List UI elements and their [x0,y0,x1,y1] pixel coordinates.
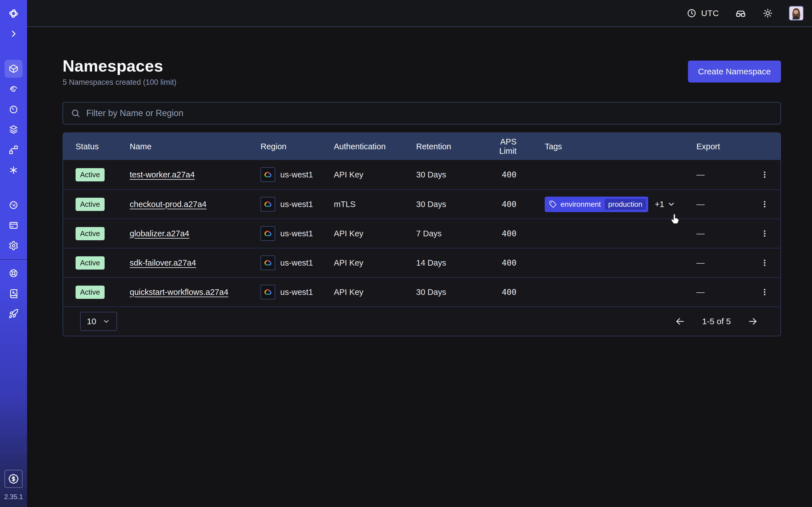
rocket-icon [8,309,18,319]
export-value: — [696,170,754,179]
timer-icon [8,104,18,114]
col-aps-limit: APS Limit [481,137,516,156]
temporal-logo-icon[interactable] [4,4,22,22]
sidebar-item-nexus[interactable] [4,161,22,179]
sidebar-item-docs[interactable] [4,284,22,302]
tag-icon [549,201,557,208]
page-size-select[interactable]: 10 [80,312,117,331]
main-content: Namespaces 5 Namespaces created (100 lim… [27,27,812,507]
row-menu-button[interactable] [758,227,771,240]
sidebar-item-history[interactable] [4,100,22,118]
namespace-link[interactable]: checkout-prod.a27a4 [130,200,206,209]
aps-limit-value: 400 [481,258,516,268]
kebab-menu-icon [760,288,769,297]
tags-more-count: +1 [655,200,664,209]
namespace-link[interactable]: globalizer.a27a4 [130,229,189,238]
tag-pill[interactable]: environment production [545,196,648,212]
col-tags: Tags [516,142,696,151]
asterisk-icon [8,165,18,175]
chevron-down-icon [102,318,110,325]
namespaces-table: Status Name Region Authentication Retent… [63,132,781,336]
sidebar-item-billing[interactable] [4,216,22,234]
col-retention: Retention [416,142,481,151]
sidebar-item-workflows[interactable] [4,141,22,159]
dollar-badge-icon [8,473,19,484]
sidebar-item-deployments[interactable] [4,121,22,138]
create-namespace-button[interactable]: Create Namespace [688,61,781,82]
pagination: 1-5 of 5 [673,314,760,329]
gcp-logo-icon [260,197,275,212]
clock-icon [687,8,697,18]
plan-billing-button[interactable] [4,470,22,488]
auth-value: API Key [334,258,416,268]
region-label: us-west1 [280,200,313,209]
sidebar-item-settings[interactable] [4,237,22,255]
page-size-value: 10 [87,317,96,326]
table-row: Active sdk-failover.a27a4 us-west1 [63,248,780,277]
user-avatar[interactable] [789,6,804,20]
namespace-link[interactable]: sdk-failover.a27a4 [130,258,196,267]
row-menu-button[interactable] [758,256,771,270]
layers-icon [8,124,18,135]
chevron-down-icon [667,200,675,209]
status-badge: Active [75,286,105,299]
export-value: — [696,258,754,268]
next-page-button[interactable] [746,314,760,329]
gcp-logo-icon [260,285,275,299]
status-badge: Active [75,256,105,270]
page-subtitle: 5 Namespaces created (100 limit) [63,78,176,87]
sidebar: 2.35.1 [0,0,27,507]
aps-limit-value: 400 [481,287,516,297]
tag-value: production [605,199,646,210]
sidebar-item-getting-started[interactable] [4,305,22,323]
browser-card-icon [8,220,18,230]
namespace-link[interactable]: test-worker.a27a4 [130,170,195,179]
sidebar-item-usage[interactable] [4,196,22,214]
filter-input[interactable] [86,108,773,118]
table-body: Active test-worker.a27a4 us-west1 [63,160,780,306]
namespace-link[interactable]: quickstart-workflows.a27a4 [130,288,229,297]
retention-value: 14 Days [416,258,481,268]
sidebar-item-support[interactable] [4,264,22,282]
theme-toggle-button[interactable] [762,8,773,18]
export-value: — [696,288,754,297]
retention-value: 30 Days [416,200,481,209]
timezone-label: UTC [701,8,719,18]
col-export: Export [696,142,754,151]
filter-input-container [63,102,781,124]
status-badge: Active [75,198,105,211]
col-status: Status [75,142,130,151]
sidebar-item-namespaces[interactable] [4,60,22,78]
row-menu-button[interactable] [758,285,771,299]
auth-value: API Key [334,170,416,179]
kebab-menu-icon [760,229,769,238]
tags-expand-button[interactable]: +1 [655,200,675,209]
row-menu-button[interactable] [758,198,771,211]
timezone-selector[interactable]: UTC [687,8,719,18]
labs-toggle-button[interactable] [735,7,747,19]
aps-limit-value: 400 [481,229,516,238]
col-region: Region [260,142,334,151]
sidebar-item-insights[interactable] [4,80,22,98]
branch-icon [8,145,18,155]
prev-page-button[interactable] [673,314,688,329]
col-name: Name [130,142,260,151]
gear-icon [8,240,18,251]
table-footer: 10 1-5 of 5 [63,306,780,336]
search-icon [70,108,81,118]
kebab-menu-icon [760,200,769,209]
retention-value: 7 Days [416,229,481,238]
status-badge: Active [75,168,105,181]
book-sparkles-icon [8,288,18,298]
col-authentication: Authentication [334,142,416,151]
sidebar-expand-chevron-icon[interactable] [4,25,22,43]
topbar: UTC [27,0,812,27]
sun-icon [762,8,773,18]
arrow-right-icon [747,316,758,327]
retention-value: 30 Days [416,170,481,179]
gcp-logo-icon [260,256,275,270]
aps-limit-value: 400 [481,200,516,209]
retention-value: 30 Days [416,288,481,297]
row-menu-button[interactable] [758,168,771,181]
app-version: 2.35.1 [4,493,23,501]
